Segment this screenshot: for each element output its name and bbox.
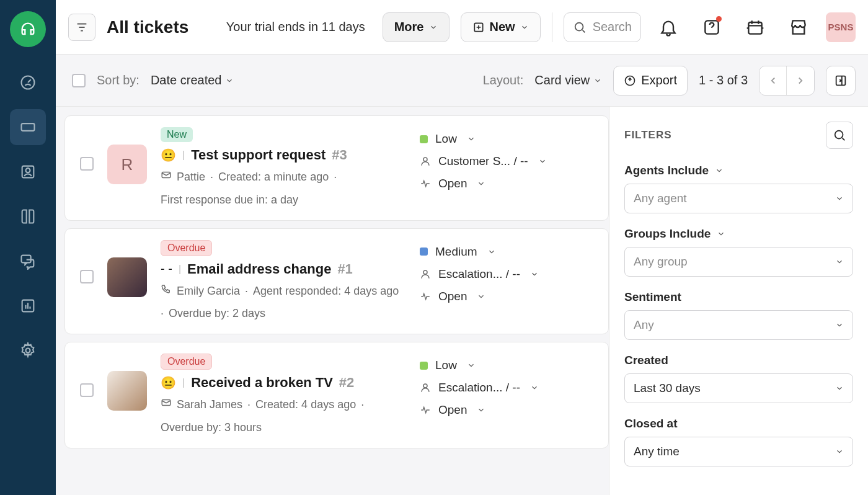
filter-search-button[interactable] [826, 122, 853, 149]
svg-point-6 [26, 349, 30, 353]
status-dropdown[interactable]: Open [420, 177, 593, 190]
layout-label: Layout: [483, 73, 524, 87]
more-button[interactable]: More [383, 12, 450, 42]
svg-rect-1 [22, 123, 35, 131]
ticket-meta: Emily Garcia · Agent responded: 4 days a… [161, 282, 406, 323]
filter-label: Groups Include [624, 227, 853, 241]
nav-reports[interactable] [10, 288, 46, 324]
svg-rect-10 [748, 22, 761, 34]
status-dropdown[interactable]: Open [420, 290, 593, 303]
status-badge: Overdue [161, 354, 212, 370]
svg-point-14 [423, 158, 427, 161]
nav-chat[interactable] [10, 243, 46, 279]
ticket-title[interactable]: Email address change [187, 261, 331, 277]
ticket-card[interactable]: R New 😐 | Test support request #3 Pattie… [64, 115, 609, 221]
nav-dashboard[interactable] [10, 65, 46, 100]
contact-avatar [107, 371, 147, 411]
priority-dropdown[interactable]: Low [420, 359, 593, 372]
nav-knowledge[interactable] [10, 198, 46, 234]
ticket-checkbox[interactable] [80, 157, 94, 171]
priority-indicator [420, 135, 428, 143]
svg-point-3 [26, 168, 30, 172]
search-input[interactable]: Search [564, 12, 641, 42]
nav-settings[interactable] [10, 332, 46, 368]
channel-icon [161, 282, 172, 300]
filter-select[interactable]: Any [624, 310, 853, 340]
channel-icon [161, 396, 172, 414]
help-icon[interactable] [698, 14, 725, 41]
channel-icon [161, 168, 172, 186]
assignee-dropdown[interactable]: Customer S... / -- [420, 154, 593, 168]
notification-dot [716, 16, 722, 22]
nav-contacts[interactable] [10, 154, 46, 190]
priority-indicator [420, 362, 428, 370]
contact-avatar [107, 257, 147, 297]
svg-point-15 [423, 270, 427, 274]
filter-toggle-button[interactable] [68, 14, 95, 41]
status-badge: Overdue [161, 240, 212, 256]
priority-dropdown[interactable]: Medium [420, 245, 593, 259]
svg-point-18 [835, 131, 843, 139]
svg-point-17 [423, 384, 427, 388]
sort-label: Sort by: [97, 73, 140, 87]
filters-panel: FILTERS Agents Include Any agent Groups … [609, 107, 868, 495]
filter-label: Sentiment [624, 290, 853, 304]
prev-page-button[interactable] [760, 66, 787, 95]
status-badge: New [161, 127, 193, 142]
ticket-id: #3 [332, 147, 347, 163]
ticket-title[interactable]: Received a broken TV [191, 375, 333, 391]
app-logo[interactable] [10, 11, 46, 47]
notifications-icon[interactable] [655, 14, 682, 41]
trial-notice: Your trial ends in 11 days [226, 20, 365, 34]
export-button[interactable]: Export [613, 66, 688, 96]
sentiment-icon: - - [161, 262, 172, 276]
sentiment-icon: 😐 [161, 375, 176, 390]
ticket-checkbox[interactable] [80, 270, 94, 283]
panel-toggle-button[interactable] [826, 66, 856, 96]
select-all-checkbox[interactable] [72, 74, 86, 87]
priority-dropdown[interactable]: Low [420, 132, 593, 146]
toolbar: Sort by: Date created Layout: Card view … [56, 55, 868, 107]
filters-title: FILTERS [624, 129, 672, 141]
ticket-card[interactable]: Overdue 😐 | Received a broken TV #2 Sara… [64, 342, 609, 448]
ticket-id: #2 [339, 375, 354, 391]
svg-point-8 [575, 22, 583, 30]
assignee-dropdown[interactable]: Escalation... / -- [420, 381, 593, 395]
status-dropdown[interactable]: Open [420, 403, 593, 417]
next-page-button[interactable] [787, 66, 814, 95]
pager [759, 66, 815, 96]
svg-rect-4 [22, 256, 31, 263]
ticket-id: #1 [337, 261, 352, 277]
ticket-meta: Pattie · Created: a minute ago · First r… [161, 168, 406, 209]
layout-dropdown[interactable]: Card view [534, 73, 602, 87]
ticket-meta: Sarah James · Created: 4 days ago · Over… [161, 396, 406, 437]
assignee-dropdown[interactable]: Escalation... / -- [420, 267, 593, 281]
ticket-title[interactable]: Test support request [191, 147, 326, 163]
filter-select[interactable]: Any agent [624, 184, 853, 213]
filter-label: Closed at [624, 417, 853, 430]
nav-tickets[interactable] [10, 109, 46, 145]
user-avatar[interactable]: PSNS [826, 12, 856, 42]
priority-indicator [420, 248, 428, 256]
filter-select[interactable]: Any group [624, 247, 853, 277]
contact-avatar: R [107, 145, 147, 184]
new-button[interactable]: New [461, 12, 541, 42]
filter-select[interactable]: Any time [624, 437, 853, 466]
sort-dropdown[interactable]: Date created [151, 73, 234, 87]
sentiment-icon: 😐 [161, 148, 176, 163]
pagination-text: 1 - 3 of 3 [699, 73, 748, 87]
marketplace-icon[interactable] [785, 14, 812, 41]
topbar: All tickets Your trial ends in 11 days M… [56, 0, 868, 55]
filter-label: Created [624, 354, 853, 367]
ticket-checkbox[interactable] [80, 383, 94, 397]
tickets-list: R New 😐 | Test support request #3 Pattie… [56, 107, 609, 495]
filter-select[interactable]: Last 30 days [624, 373, 853, 403]
sidebar [0, 0, 56, 495]
calendar-icon[interactable] [742, 14, 769, 41]
ticket-card[interactable]: Overdue - - | Email address change #1 Em… [64, 228, 609, 335]
page-title: All tickets [107, 17, 188, 37]
filter-label: Agents Include [624, 164, 853, 177]
